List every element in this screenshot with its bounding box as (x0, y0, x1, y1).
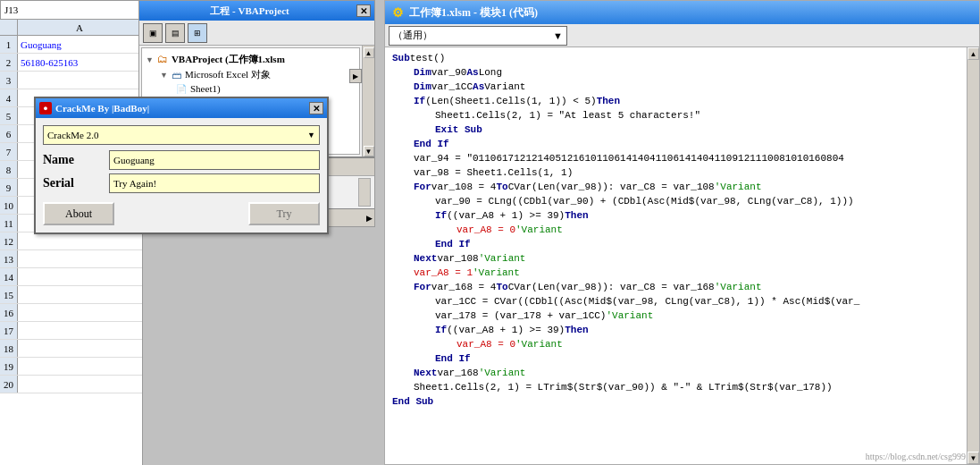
crackme-close-button[interactable]: ✕ (309, 102, 323, 114)
row-number: 20 (0, 376, 18, 393)
excel-name-box[interactable]: J13 (0, 0, 142, 20)
name-input[interactable]: Guoguang (109, 150, 320, 170)
crackme-buttons: About Try (43, 202, 320, 225)
code-content: Sub test()Dim var_90 As LongDim var_1CC … (385, 47, 979, 464)
excel-row[interactable]: 18 (0, 340, 142, 358)
code-text: ((var_A8 + 1) >= 39) (447, 208, 565, 223)
code-panel: ⚙ 工作簿1.xlsm - 模块1 (代码) （通用） ▼ Sub test()… (384, 0, 980, 465)
code-text: (Len(Sheet1.Cells(1, 1)) < 5) (425, 94, 596, 108)
vba-tree-item-sheet1[interactable]: 📄 Sheet1) (146, 82, 356, 95)
code-keyword: As (473, 80, 484, 94)
code-text: var_168 = 4 (431, 280, 497, 294)
code-keyword: Then (565, 208, 588, 223)
cell-value[interactable] (18, 322, 142, 339)
cell-value[interactable] (18, 286, 142, 303)
code-text: Sheet1.Cells(2, 1) = LTrim$(Str$(var_90)… (414, 380, 833, 394)
excel-col-header: A (18, 20, 142, 36)
excel-row[interactable]: 16 (0, 304, 142, 322)
code-text: var_1CC (431, 80, 473, 94)
excel-grid: A 1Guoguang256180-6251633456789101112131… (0, 20, 142, 465)
crackme-body: CrackMe 2.0 ▼ Name Guoguang Serial Try A… (36, 118, 327, 232)
vba-scroll-right[interactable]: ▶ (349, 69, 362, 83)
code-keyword: Next (414, 251, 437, 266)
cell-value[interactable] (18, 376, 142, 393)
vba-title-text: 工程 - VBAProject (143, 4, 356, 18)
code-text: var_1CC = CVar((CDbl((Asc(Mid$(var_98, C… (435, 294, 859, 309)
code-line: If ((var_A8 + 1) >= 39) Then (392, 208, 959, 223)
code-keyword: Sub (392, 51, 410, 65)
vba-props-scrollbar (358, 178, 371, 207)
code-scroll-down[interactable]: ▼ (967, 452, 979, 464)
row-number: 7 (0, 143, 18, 160)
excel-row[interactable]: 12 (0, 232, 142, 250)
excel-row[interactable]: 19 (0, 358, 142, 376)
code-line: Sheet1.Cells(2, 1) = LTrim$(Str$(var_90)… (392, 380, 959, 394)
collapse-icon: ▼ (146, 55, 154, 64)
row-number: 15 (0, 286, 18, 303)
code-text: var_108 = 4 (431, 180, 497, 194)
excel-row[interactable]: 20 (0, 376, 142, 393)
vba-right-arrow[interactable]: ▶ (366, 214, 373, 223)
cell-value[interactable] (18, 358, 142, 375)
name-label: Name (43, 153, 105, 167)
excel-row[interactable]: 17 (0, 322, 142, 340)
row-number: 6 (0, 125, 18, 142)
cell-value[interactable]: 56180-625163 (18, 54, 142, 71)
code-line: Exit Sub (392, 123, 959, 137)
about-button[interactable]: About (43, 202, 114, 225)
code-text: var_178 = (var_178 + var_1CC) (435, 309, 606, 323)
code-scope-dropdown[interactable]: （通用） ▼ (389, 26, 567, 46)
excel-row[interactable]: 256180-625163 (0, 54, 142, 72)
serial-input[interactable]: Try Again! (109, 173, 320, 193)
code-text: CVar(Len(var_98)): var_C8 = var_108 (508, 180, 715, 194)
try-button[interactable]: Try (248, 202, 320, 225)
cell-value[interactable]: Guoguang (18, 36, 142, 53)
row-number: 4 (0, 89, 18, 106)
code-keyword: Exit Sub (435, 123, 482, 137)
vba-tree-item-excel-objects[interactable]: ▼ 🗃 Microsoft Excel 对象 (146, 67, 356, 82)
cell-value[interactable] (18, 232, 142, 249)
excel-row[interactable]: 13 (0, 250, 142, 268)
vba-tool-btn-2[interactable]: ▤ (165, 23, 185, 43)
vba-close-button[interactable]: ✕ (356, 4, 371, 17)
code-keyword: End If (435, 351, 471, 366)
cell-value[interactable] (18, 304, 142, 321)
code-line: var_94 = "011061712121405121610110614140… (392, 151, 959, 165)
code-scrollbar[interactable]: ▲ ▼ (967, 47, 979, 464)
cell-value[interactable] (18, 340, 142, 357)
cell-value[interactable] (18, 268, 142, 285)
row-number: 8 (0, 161, 18, 178)
cell-value[interactable] (18, 72, 142, 89)
code-title-icon: ⚙ (392, 5, 404, 21)
vba-tool-btn-1[interactable]: ▣ (143, 23, 163, 43)
vba-scroll-down[interactable]: ▼ (364, 146, 374, 156)
row-number: 5 (0, 107, 18, 124)
code-keyword: To (496, 180, 507, 194)
cell-value[interactable] (18, 250, 142, 267)
code-line: Dim var_1CC As Variant (392, 80, 959, 94)
excel-row[interactable]: 14 (0, 268, 142, 286)
try-label: Try (277, 207, 292, 221)
code-area[interactable]: Sub test()Dim var_90 As LongDim var_1CC … (385, 47, 967, 464)
code-keyword: If (435, 208, 447, 223)
code-scroll-up[interactable]: ▲ (967, 47, 979, 60)
excel-row[interactable]: 15 (0, 286, 142, 304)
crackme-version-dropdown[interactable]: CrackMe 2.0 ▼ (43, 125, 320, 145)
code-line: var_90 = CLng((CDbl(var_90) + (CDbl(Asc(… (392, 194, 959, 208)
vba-tool-btn-3[interactable]: ⊞ (188, 23, 207, 43)
vba-tree-item[interactable]: ▼ 🗂 VBAProject (工作簿1.xlsm (146, 52, 356, 67)
excel-row[interactable]: 1Guoguang (0, 36, 142, 54)
code-keyword: End Sub (392, 394, 433, 409)
crackme-title-text: CrackMe By |BadBoy| (55, 103, 149, 114)
excel-row[interactable]: 3 (0, 72, 142, 89)
code-line: Sub test() (392, 51, 959, 65)
code-line: var_A8 = 1 'Variant (392, 266, 959, 280)
code-text: ((var_A8 + 1) >= 39) (447, 323, 565, 337)
code-dropdown-arrow: ▼ (553, 30, 563, 41)
code-line: Next var_168 'Variant (392, 366, 959, 380)
code-variable: var_A8 = 1 (414, 266, 473, 280)
code-text: var_94 = "011061712121405121610110614140… (414, 151, 844, 165)
row-number: 19 (0, 358, 18, 375)
code-text: Long (479, 65, 502, 80)
vba-scroll-up[interactable]: ▲ (364, 47, 374, 58)
